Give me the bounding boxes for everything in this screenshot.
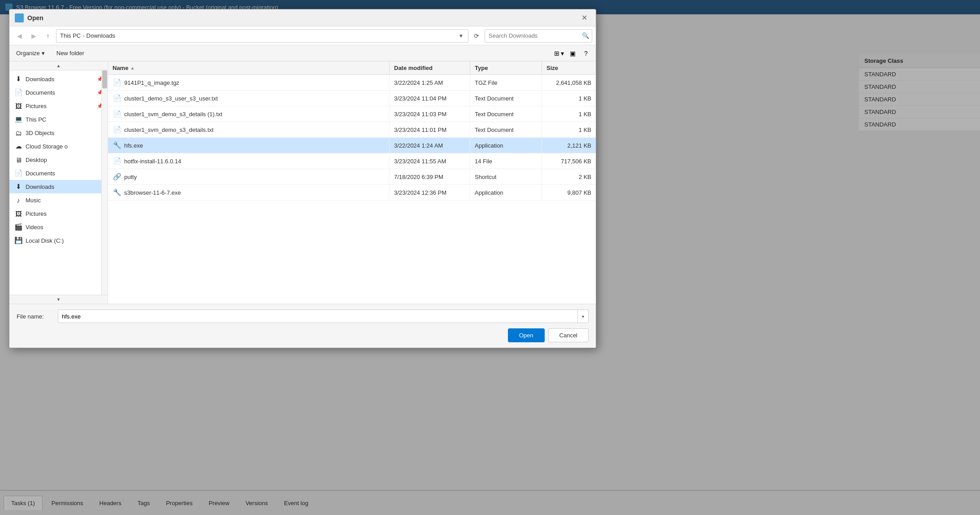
nav-bar: ◀ ▶ ↑ This PC › Downloads ▾ ⟳ 🔍	[9, 26, 596, 45]
search-submit-button[interactable]: 🔍	[579, 30, 592, 42]
table-row[interactable]: 📄cluster1_svm_demo_s3_details (1).txt3/2…	[108, 106, 596, 122]
refresh-button[interactable]: ⟳	[470, 30, 483, 42]
sidebar-icon-local-disk: 💾	[14, 236, 23, 245]
view-toggle-button[interactable]: ⊞ ▾	[553, 47, 565, 60]
organize-label: Organize	[16, 50, 40, 57]
sidebar-item-pictures-quick[interactable]: 🖼Pictures📌	[9, 99, 108, 113]
sidebar-label-this-pc: This PC	[26, 116, 103, 123]
table-row[interactable]: 🔧hfs.exe3/22/2024 1:24 AMApplication2,12…	[108, 138, 596, 153]
sidebar-label-downloads-quick: Downloads	[26, 76, 94, 83]
sidebar-icon-this-pc: 💻	[14, 115, 23, 124]
toolbar: Organize ▾ New folder ⊞ ▾ ▣ ?	[9, 45, 596, 61]
column-header-date[interactable]: Date modified	[390, 61, 470, 74]
dialog-title: Open	[27, 14, 43, 22]
file-size-cell: 2 KB	[542, 169, 596, 184]
table-row[interactable]: 📄cluster1_demo_s3_user_s3_user.txt3/23/2…	[108, 91, 596, 106]
sidebar-item-downloads-main[interactable]: ⬇Downloads	[9, 180, 108, 193]
file-name-text: putty	[124, 174, 137, 180]
sidebar-scroll-up[interactable]: ▲	[9, 61, 108, 70]
pane-button[interactable]: ▣	[566, 47, 579, 60]
breadcrumb-downloads[interactable]: Downloads	[87, 32, 115, 39]
breadcrumb-dropdown-btn[interactable]: ▾	[458, 31, 464, 40]
filename-dropdown-btn[interactable]: ▾	[577, 310, 588, 323]
table-row[interactable]: 📄9141P1_q_image.tgz3/22/2024 1:25 AMTGZ …	[108, 75, 596, 91]
dialog-bottom: File name: ▾ Open Cancel	[9, 304, 596, 348]
file-date-cell: 3/22/2024 1:24 AM	[390, 138, 470, 153]
cancel-button[interactable]: Cancel	[548, 328, 589, 342]
sidebar-scroll-down[interactable]: ▼	[9, 295, 108, 304]
sidebar-item-pictures-main[interactable]: 🖼Pictures	[9, 207, 108, 220]
column-header-type[interactable]: Type	[470, 61, 542, 74]
file-name-text: s3browser-11-6-7.exe	[124, 189, 181, 196]
sidebar-item-downloads-quick[interactable]: ⬇Downloads📌	[9, 72, 108, 86]
close-button[interactable]: ✕	[578, 12, 590, 24]
file-list-header: Name ▲ Date modified Type Size	[108, 61, 596, 75]
file-icon: 📄	[113, 109, 121, 118]
open-button[interactable]: Open	[508, 328, 545, 342]
column-header-name[interactable]: Name ▲	[108, 61, 390, 74]
sidebar-item-local-disk[interactable]: 💾Local Disk (C:)	[9, 234, 108, 247]
sidebar-item-documents-quick[interactable]: 📄Documents📌	[9, 86, 108, 99]
filename-input[interactable]	[58, 310, 577, 323]
file-type-cell: Application	[470, 138, 542, 153]
file-name-text: hotfix-install-11.6.0.14	[124, 158, 181, 165]
file-name-text: hfs.exe	[124, 142, 143, 149]
sidebar-label-videos: Videos	[26, 224, 103, 231]
sidebar-item-this-pc[interactable]: 💻This PC	[9, 113, 108, 126]
file-icon: 📄	[113, 157, 121, 166]
file-date-cell: 3/23/2024 11:55 AM	[390, 153, 470, 169]
sidebar-icon-documents-quick: 📄	[14, 88, 23, 97]
sidebar-items-container: ⬇Downloads📌📄Documents📌🖼Pictures📌💻This PC…	[9, 63, 108, 256]
dialog-title-left: Open	[15, 13, 43, 22]
help-button[interactable]: ?	[580, 47, 592, 60]
file-icon: 📄	[113, 125, 121, 134]
file-name-text: cluster1_demo_s3_user_s3_user.txt	[124, 95, 218, 102]
sidebar-icon-downloads-quick: ⬇	[14, 74, 23, 83]
file-icon: 🔧	[113, 188, 121, 197]
back-button[interactable]: ◀	[13, 30, 26, 42]
sidebar-item-videos[interactable]: 🎬Videos	[9, 220, 108, 234]
sidebar-icon-3d-objects: 🗂	[14, 128, 23, 137]
file-size-cell: 2,641,058 KB	[542, 75, 596, 90]
file-date-cell: 3/22/2024 1:25 AM	[390, 75, 470, 90]
sidebar-item-desktop[interactable]: 🖥Desktop	[9, 153, 108, 166]
file-icon: 📄	[113, 94, 121, 103]
file-size-cell: 1 KB	[542, 122, 596, 137]
forward-button[interactable]: ▶	[27, 30, 40, 42]
new-folder-label: New folder	[56, 50, 84, 57]
file-name-text: cluster1_svm_demo_s3_details.txt	[124, 127, 213, 133]
sidebar-scrollbar[interactable]	[101, 70, 108, 295]
file-size-cell: 9,807 KB	[542, 185, 596, 200]
file-size-cell: 2,121 KB	[542, 138, 596, 153]
sidebar-label-local-disk: Local Disk (C:)	[26, 237, 103, 244]
search-input[interactable]	[485, 30, 579, 42]
file-name-cell: 📄9141P1_q_image.tgz	[108, 75, 390, 90]
file-type-cell: Shortcut	[470, 169, 542, 184]
organize-button[interactable]: Organize ▾	[13, 48, 48, 58]
new-folder-button[interactable]: New folder	[53, 48, 87, 58]
sidebar-item-3d-objects[interactable]: 🗂3D Objects	[9, 126, 108, 140]
table-row[interactable]: 🔧s3browser-11-6-7.exe3/23/2024 12:36 PMA…	[108, 185, 596, 201]
file-size-cell: 1 KB	[542, 106, 596, 122]
breadcrumb-thispc[interactable]: This PC	[60, 32, 81, 39]
file-name-cell: 🔧s3browser-11-6-7.exe	[108, 185, 390, 200]
table-row[interactable]: 📄hotfix-install-11.6.0.143/23/2024 11:55…	[108, 153, 596, 169]
search-box: 🔍	[485, 29, 592, 43]
file-type-cell: 14 File	[470, 153, 542, 169]
sidebar-item-documents-main[interactable]: 📄Documents	[9, 166, 108, 180]
up-button[interactable]: ↑	[42, 30, 54, 42]
file-type-cell: Text Document	[470, 91, 542, 106]
sidebar-item-cloud-storage[interactable]: ☁Cloud Storage o	[9, 140, 108, 153]
file-rows: 📄9141P1_q_image.tgz3/22/2024 1:25 AMTGZ …	[108, 75, 596, 201]
file-size-cell: 717,506 KB	[542, 153, 596, 169]
file-type-cell: Text Document	[470, 122, 542, 137]
table-row[interactable]: 🔗putty7/18/2020 6:39 PMShortcut2 KB	[108, 169, 596, 185]
table-row[interactable]: 📄cluster1_svm_demo_s3_details.txt3/23/20…	[108, 122, 596, 138]
sidebar-item-music[interactable]: ♪Music	[9, 193, 108, 207]
sidebar-icon-videos: 🎬	[14, 223, 23, 231]
column-header-size[interactable]: Size	[542, 61, 596, 74]
filename-row: File name: ▾	[17, 310, 589, 323]
file-list[interactable]: Name ▲ Date modified Type Size 📄9141P1_q…	[108, 61, 596, 304]
sidebar-icon-documents-main: 📄	[14, 169, 23, 178]
dialog-content: ▲ ⬇Downloads📌📄Documents📌🖼Pictures📌💻This …	[9, 61, 596, 304]
